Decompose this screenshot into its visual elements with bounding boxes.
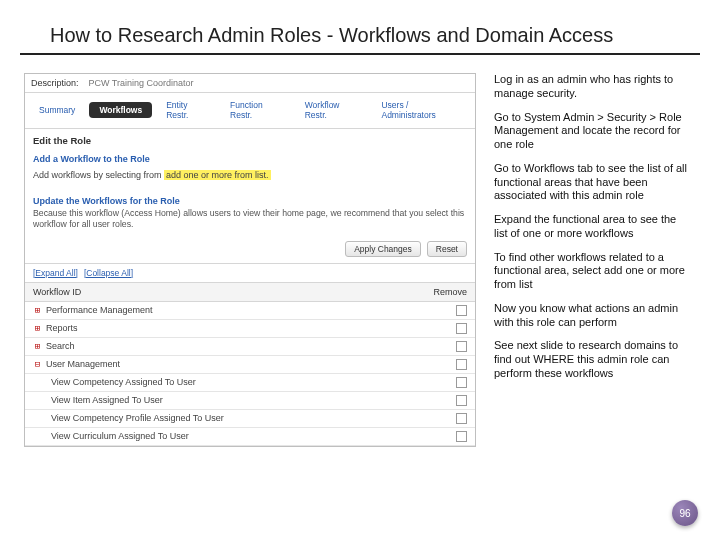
- table-row: ⊞Reports: [25, 320, 475, 338]
- tab-entity-restr[interactable]: Entity Restr.: [160, 98, 216, 122]
- table-row: View Curriculum Assigned To User: [25, 428, 475, 446]
- instruction-step: Now you know what actions an admin with …: [494, 302, 692, 330]
- instruction-step: Go to Workflows tab to see the list of a…: [494, 162, 692, 203]
- instruction-step: See next slide to research domains to fi…: [494, 339, 692, 380]
- workflow-table: Workflow ID Remove ⊞Performance Manageme…: [25, 282, 475, 446]
- add-line-highlight[interactable]: add one or more from list.: [164, 170, 271, 180]
- remove-checkbox[interactable]: [456, 431, 467, 442]
- tab-summary[interactable]: Summary: [33, 103, 81, 117]
- table-row: ⊞Search: [25, 338, 475, 356]
- update-workflows-heading: Update the Workflows for the Role: [25, 190, 475, 208]
- reset-button[interactable]: Reset: [427, 241, 467, 257]
- add-line-prefix: Add workflows by selecting from: [33, 170, 164, 180]
- plus-icon[interactable]: ⊞: [33, 323, 42, 333]
- remove-checkbox[interactable]: [456, 323, 467, 334]
- tab-users-admins[interactable]: Users / Administrators: [375, 98, 467, 122]
- collapse-all-link[interactable]: [Collapse All]: [84, 268, 133, 278]
- th-workflow-id: Workflow ID: [33, 287, 81, 297]
- table-row: ⊞Performance Management: [25, 302, 475, 320]
- instruction-step: Log in as an admin who has rights to man…: [494, 73, 692, 101]
- description-row: Description: PCW Training Coordinator: [25, 74, 475, 93]
- row-label: Search: [46, 341, 75, 351]
- remove-checkbox[interactable]: [456, 377, 467, 388]
- description-label: Description:: [31, 78, 79, 88]
- remove-checkbox[interactable]: [456, 341, 467, 352]
- table-row: ⊟User Management: [25, 356, 475, 374]
- apply-changes-button[interactable]: Apply Changes: [345, 241, 421, 257]
- th-remove: Remove: [433, 287, 467, 297]
- remove-checkbox[interactable]: [456, 413, 467, 424]
- button-row: Apply Changes Reset: [25, 237, 475, 264]
- row-label: User Management: [46, 359, 120, 369]
- row-label: View Item Assigned To User: [51, 395, 163, 405]
- add-workflow-text: Add workflows by selecting from add one …: [25, 166, 475, 190]
- remove-checkbox[interactable]: [456, 395, 467, 406]
- page-title: How to Research Admin Roles - Workflows …: [20, 0, 700, 55]
- row-label: Performance Management: [46, 305, 153, 315]
- row-label: View Competency Assigned To User: [51, 377, 196, 387]
- tab-function-restr[interactable]: Function Restr.: [224, 98, 291, 122]
- page-number-badge: 96: [672, 500, 698, 526]
- expand-all-link[interactable]: [Expand All]: [33, 268, 78, 278]
- remove-checkbox[interactable]: [456, 359, 467, 370]
- instruction-step: To find other workflows related to a fun…: [494, 251, 692, 292]
- table-row: View Item Assigned To User: [25, 392, 475, 410]
- edit-role-heading: Edit the Role: [25, 129, 475, 148]
- plus-icon[interactable]: ⊞: [33, 341, 42, 351]
- description-value: PCW Training Coordinator: [89, 78, 194, 88]
- instruction-step: Go to System Admin > Security > Role Man…: [494, 111, 692, 152]
- instruction-step: Expand the functional area to see the li…: [494, 213, 692, 241]
- table-row: View Competency Assigned To User: [25, 374, 475, 392]
- row-label: View Curriculum Assigned To User: [51, 431, 189, 441]
- tab-workflow-restr[interactable]: Workflow Restr.: [299, 98, 368, 122]
- app-screenshot: Description: PCW Training Coordinator Su…: [24, 73, 476, 447]
- instruction-list: Log in as an admin who has rights to man…: [494, 73, 692, 447]
- update-note: Because this workflow (Access Home) allo…: [25, 208, 475, 237]
- tab-workflows[interactable]: Workflows: [89, 102, 152, 118]
- minus-icon[interactable]: ⊟: [33, 359, 42, 369]
- content-row: Description: PCW Training Coordinator Su…: [0, 65, 720, 447]
- remove-checkbox[interactable]: [456, 305, 467, 316]
- row-label: Reports: [46, 323, 78, 333]
- expand-collapse-links: [Expand All] [Collapse All]: [25, 264, 475, 282]
- add-workflow-heading: Add a Workflow to the Role: [25, 148, 475, 166]
- tabs: Summary Workflows Entity Restr. Function…: [25, 93, 475, 129]
- table-header: Workflow ID Remove: [25, 283, 475, 302]
- plus-icon[interactable]: ⊞: [33, 305, 42, 315]
- table-row: View Competency Profile Assigned To User: [25, 410, 475, 428]
- row-label: View Competency Profile Assigned To User: [51, 413, 224, 423]
